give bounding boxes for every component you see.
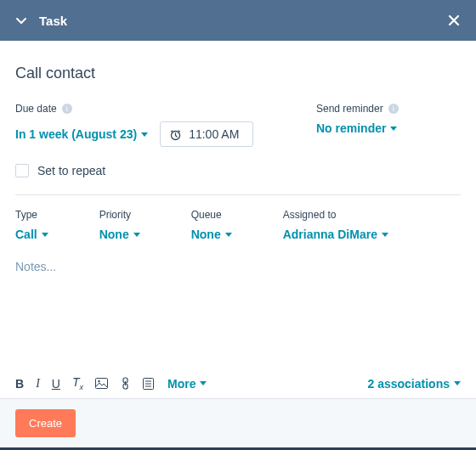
bold-icon[interactable]: B (15, 377, 24, 391)
type-label: Type (15, 209, 48, 221)
clock-icon (169, 128, 182, 141)
svg-point-2 (98, 380, 99, 382)
due-date-dropdown[interactable]: In 1 week (August 23) (15, 127, 148, 141)
editor-toolbar: B I U Tx More 2 associations (0, 367, 476, 401)
info-icon: i (388, 104, 399, 114)
caret-down-icon (382, 233, 388, 237)
queue-label: Queue (191, 209, 232, 221)
due-time-input[interactable] (160, 121, 253, 147)
link-icon[interactable] (120, 377, 131, 390)
caret-down-icon (141, 132, 148, 137)
caret-down-icon (454, 381, 461, 385)
panel-footer: Create (0, 398, 476, 450)
caret-down-icon (225, 233, 232, 237)
due-date-label: Due date i (15, 103, 316, 115)
panel-header: Task (0, 0, 476, 41)
clear-format-icon[interactable]: Tx (72, 375, 83, 391)
italic-icon[interactable]: I (36, 377, 40, 391)
more-dropdown[interactable]: More (167, 377, 207, 391)
snippet-icon[interactable] (143, 378, 154, 390)
info-icon: i (62, 104, 72, 114)
panel-title: Task (39, 14, 447, 28)
caret-down-icon (390, 127, 397, 131)
queue-dropdown[interactable]: None (191, 228, 232, 241)
reminder-label: Send reminder i (316, 103, 461, 115)
task-title-input[interactable] (15, 56, 461, 91)
create-button[interactable]: Create (15, 409, 76, 437)
close-icon[interactable] (447, 14, 461, 27)
caret-down-icon (133, 233, 140, 237)
repeat-checkbox[interactable] (15, 164, 29, 177)
time-field[interactable] (189, 127, 244, 141)
type-dropdown[interactable]: Call (15, 228, 48, 241)
assigned-dropdown[interactable]: Adrianna DiMare (283, 228, 388, 241)
priority-dropdown[interactable]: None (99, 228, 140, 241)
priority-label: Priority (99, 209, 140, 221)
caret-down-icon (200, 381, 207, 385)
svg-rect-1 (95, 379, 107, 389)
repeat-label: Set to repeat (37, 164, 105, 177)
assigned-label: Assigned to (283, 209, 388, 221)
reminder-dropdown[interactable]: No reminder (316, 121, 461, 135)
caret-down-icon (42, 233, 48, 237)
notes-textarea[interactable] (15, 260, 461, 345)
underline-icon[interactable]: U (52, 377, 60, 391)
associations-dropdown[interactable]: 2 associations (368, 377, 462, 391)
image-icon[interactable] (95, 378, 108, 389)
chevron-down-icon[interactable] (15, 14, 27, 26)
